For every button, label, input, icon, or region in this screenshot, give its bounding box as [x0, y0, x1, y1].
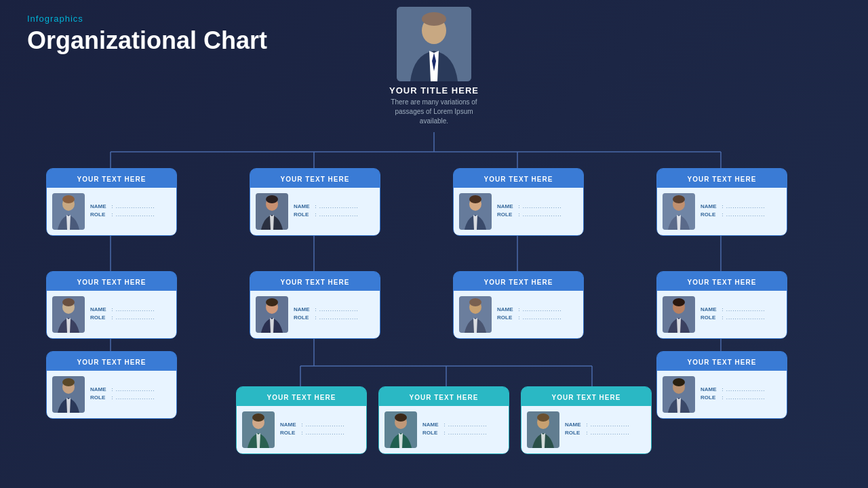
- card-name-dots-c3: : ..................: [516, 203, 562, 209]
- card-header-c4: YOUR TEXT HERE: [657, 169, 787, 188]
- top-node-photo: [397, 7, 471, 81]
- card-role-row-c8: ROLE : ..................: [701, 314, 781, 321]
- card-name-dots-c2: : ..................: [313, 203, 359, 209]
- card-name-label-c10: NAME: [280, 422, 299, 428]
- card-header-c10: YOUR TEXT HERE: [237, 387, 366, 406]
- card-header-c2: YOUR TEXT HERE: [250, 169, 380, 188]
- card-role-label-c13: ROLE: [701, 394, 719, 401]
- card-header-c9: YOUR TEXT HERE: [47, 352, 176, 371]
- card-role-dots-c10: : ..................: [299, 430, 345, 436]
- top-node-title: YOUR TITLE HERE: [389, 85, 479, 96]
- card-role-label-c3: ROLE: [497, 211, 516, 218]
- card-header-c13: YOUR TEXT HERE: [657, 352, 787, 371]
- card-name-label-c12: NAME: [565, 422, 584, 428]
- card-body-c6: NAME : .................. ROLE : .......…: [250, 291, 380, 338]
- svg-point-40: [469, 298, 481, 306]
- card-role-label-c1: ROLE: [90, 211, 109, 218]
- org-card-c13: YOUR TEXT HERE NAME : ..................…: [656, 351, 787, 419]
- card-header-text-c10: YOUR TEXT HERE: [267, 394, 336, 401]
- card-body-c12: NAME : .................. ROLE : .......…: [521, 406, 651, 453]
- card-photo-c2: [256, 193, 288, 230]
- card-info-c8: NAME : .................. ROLE : .......…: [701, 306, 781, 323]
- org-card-c4: YOUR TEXT HERE NAME : ..................…: [656, 168, 787, 236]
- card-role-row-c5: ROLE : ..................: [90, 314, 171, 321]
- card-name-dots-c13: : ..................: [719, 386, 766, 392]
- card-name-dots-c1: : ..................: [109, 203, 155, 209]
- card-body-c9: NAME : .................. ROLE : .......…: [47, 371, 176, 418]
- svg-point-46: [62, 378, 75, 386]
- card-info-c2: NAME : .................. ROLE : .......…: [294, 203, 374, 220]
- card-header-text-c11: YOUR TEXT HERE: [410, 394, 479, 401]
- svg-point-58: [673, 378, 685, 386]
- card-header-text-c2: YOUR TEXT HERE: [281, 176, 350, 183]
- svg-point-19: [422, 12, 446, 26]
- card-header-text-c9: YOUR TEXT HERE: [77, 359, 146, 366]
- card-name-label-c8: NAME: [701, 306, 719, 312]
- card-photo-c3: [459, 193, 492, 230]
- card-name-row-c10: NAME : ..................: [280, 422, 361, 428]
- card-info-c6: NAME : .................. ROLE : .......…: [294, 306, 374, 323]
- card-role-row-c11: ROLE : ..................: [422, 430, 503, 436]
- card-name-row-c1: NAME : ..................: [90, 203, 171, 209]
- org-card-c1: YOUR TEXT HERE NAME : ..................…: [46, 168, 177, 236]
- card-info-c4: NAME : .................. ROLE : .......…: [701, 203, 781, 220]
- card-body-c1: NAME : .................. ROLE : .......…: [47, 188, 176, 235]
- card-role-dots-c6: : ..................: [313, 314, 359, 321]
- card-header-text-c3: YOUR TEXT HERE: [484, 176, 553, 183]
- card-header-c7: YOUR TEXT HERE: [454, 272, 583, 291]
- card-role-label-c8: ROLE: [701, 314, 719, 321]
- card-body-c7: NAME : .................. ROLE : .......…: [454, 291, 583, 338]
- card-role-dots-c7: : ..................: [516, 314, 562, 321]
- card-header-text-c7: YOUR TEXT HERE: [484, 279, 553, 286]
- card-role-label-c2: ROLE: [294, 211, 313, 218]
- svg-point-52: [395, 413, 407, 422]
- card-info-c3: NAME : .................. ROLE : .......…: [497, 203, 578, 220]
- card-body-c2: NAME : .................. ROLE : .......…: [250, 188, 380, 235]
- card-role-label-c9: ROLE: [90, 394, 109, 401]
- card-info-c9: NAME : .................. ROLE : .......…: [90, 386, 171, 403]
- card-header-text-c12: YOUR TEXT HERE: [552, 394, 621, 401]
- card-photo-c1: [52, 193, 85, 230]
- card-photo-c6: [256, 296, 288, 333]
- top-node-desc: There are many variations of passages of…: [387, 98, 481, 126]
- card-name-row-c8: NAME : ..................: [701, 306, 781, 312]
- card-name-dots-c7: : ..................: [516, 306, 562, 312]
- page: Infographics Organizational Chart: [0, 0, 868, 488]
- card-role-dots-c4: : ..................: [719, 211, 766, 218]
- card-role-row-c2: ROLE : ..................: [294, 211, 374, 218]
- card-name-row-c5: NAME : ..................: [90, 306, 171, 312]
- card-header-c6: YOUR TEXT HERE: [250, 272, 380, 291]
- header: Infographics Organizational Chart: [27, 14, 267, 55]
- card-name-row-c11: NAME : ..................: [422, 422, 503, 428]
- svg-point-25: [266, 195, 278, 203]
- card-name-row-c13: NAME : ..................: [701, 386, 781, 392]
- card-role-row-c12: ROLE : ..................: [565, 430, 646, 436]
- card-role-row-c9: ROLE : ..................: [90, 394, 171, 401]
- org-card-c8: YOUR TEXT HERE NAME : ..................…: [656, 271, 787, 339]
- card-header-text-c8: YOUR TEXT HERE: [688, 279, 757, 286]
- card-header-text-c6: YOUR TEXT HERE: [281, 279, 350, 286]
- card-role-label-c7: ROLE: [497, 314, 516, 321]
- svg-point-28: [469, 195, 481, 203]
- card-name-label-c9: NAME: [90, 386, 109, 392]
- org-card-c11: YOUR TEXT HERE NAME : ..................…: [378, 386, 509, 454]
- card-name-dots-c12: : ..................: [584, 422, 630, 428]
- card-role-dots-c1: : ..................: [109, 211, 155, 218]
- card-info-c10: NAME : .................. ROLE : .......…: [280, 422, 361, 438]
- svg-point-22: [62, 195, 75, 203]
- card-role-row-c4: ROLE : ..................: [701, 211, 781, 218]
- card-photo-c8: [663, 296, 695, 333]
- card-role-label-c11: ROLE: [422, 430, 441, 436]
- svg-point-31: [673, 195, 685, 203]
- card-name-dots-c5: : ..................: [109, 306, 155, 312]
- card-name-row-c9: NAME : ..................: [90, 386, 171, 392]
- org-card-c10: YOUR TEXT HERE NAME : ..................…: [236, 386, 367, 454]
- card-info-c5: NAME : .................. ROLE : .......…: [90, 306, 171, 323]
- card-body-c11: NAME : .................. ROLE : .......…: [379, 406, 509, 453]
- org-card-c3: YOUR TEXT HERE NAME : ..................…: [453, 168, 584, 236]
- card-header-c12: YOUR TEXT HERE: [521, 387, 651, 406]
- card-header-text-c1: YOUR TEXT HERE: [77, 176, 146, 183]
- card-name-label-c11: NAME: [422, 422, 441, 428]
- card-header-c3: YOUR TEXT HERE: [454, 169, 583, 188]
- card-name-label-c1: NAME: [90, 203, 109, 209]
